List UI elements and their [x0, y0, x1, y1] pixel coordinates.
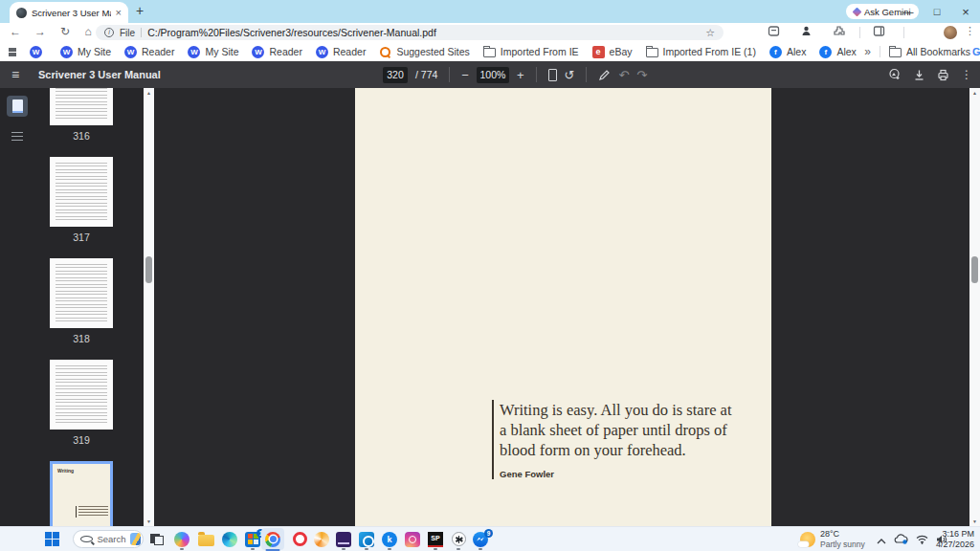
- scroll-up-icon[interactable]: ▲: [969, 90, 980, 96]
- bookmark-item[interactable]: Suggested Sites: [379, 46, 469, 58]
- page-number-input[interactable]: 320: [383, 67, 408, 83]
- main-scrollbar[interactable]: ▲ ▼: [969, 88, 980, 526]
- start-button[interactable]: [40, 527, 63, 551]
- address-bar[interactable]: i File C:/Program%20Files/Scrivener3/res…: [96, 25, 724, 40]
- sp-app-icon: SP: [428, 532, 443, 547]
- zoom-level-input[interactable]: 100%: [477, 67, 509, 83]
- window-close-button[interactable]: ×: [951, 5, 980, 19]
- file-explorer-button[interactable]: [194, 527, 217, 551]
- bookmarks-overflow-icon[interactable]: »: [864, 45, 871, 58]
- bookmark-item[interactable]: fAlex: [819, 46, 856, 58]
- reload-icon[interactable]: ↻: [57, 25, 73, 38]
- thumbnail-page-320-selected[interactable]: Writing 320: [50, 461, 113, 526]
- k-app-button[interactable]: k: [378, 527, 401, 551]
- instagram-button[interactable]: [401, 527, 424, 551]
- scrollbar-thumb[interactable]: [145, 256, 152, 283]
- thumb-preview: [50, 88, 113, 125]
- side-panel-icon[interactable]: [873, 25, 885, 37]
- bookmark-item[interactable]: Imported From IE (1): [646, 46, 756, 57]
- thumbnail-page-317[interactable]: 317: [50, 157, 113, 243]
- onedrive-cloud-icon[interactable]: [894, 531, 908, 548]
- window-minimize-button[interactable]: —: [894, 6, 923, 17]
- window-maximize-button[interactable]: □: [923, 6, 951, 17]
- zoom-out-button[interactable]: −: [461, 69, 469, 81]
- sp-app-button[interactable]: SP: [424, 527, 447, 551]
- scroll-down-icon[interactable]: ▼: [969, 518, 980, 524]
- scroll-up-icon[interactable]: ▲: [144, 90, 154, 96]
- fit-page-icon[interactable]: [548, 69, 557, 81]
- new-tab-button[interactable]: +: [136, 3, 144, 18]
- pdf-content-area: 316 317 318: [0, 88, 980, 526]
- asterisk-app-button[interactable]: [447, 527, 470, 551]
- bookmark-item[interactable]: WReader: [252, 46, 301, 58]
- tab-strip: Scrivener 3 User Manual × + Ask Gemini —…: [0, 0, 980, 23]
- taskbar-search[interactable]: Search: [73, 530, 144, 548]
- folder-icon: [483, 48, 496, 57]
- wifi-icon[interactable]: [916, 531, 928, 548]
- home-icon[interactable]: ⌂: [80, 25, 96, 38]
- thumbnail-page-318[interactable]: 318: [50, 258, 113, 344]
- bookmark-item[interactable]: WMy Site: [188, 46, 238, 58]
- profile-extension-icon[interactable]: [800, 25, 813, 37]
- all-bookmarks-button[interactable]: All Bookmarks: [889, 46, 970, 57]
- back-icon[interactable]: ←: [8, 25, 23, 38]
- bookmark-item[interactable]: WReader: [316, 46, 366, 58]
- chrome-button[interactable]: [261, 528, 284, 550]
- extensions-puzzle-icon[interactable]: [833, 25, 845, 37]
- rotate-icon[interactable]: ↺: [565, 69, 575, 81]
- weather-widget[interactable]: 28°C Partly sunny: [800, 529, 865, 549]
- tray-chevron-icon[interactable]: [877, 531, 886, 548]
- scrollbar-thumb[interactable]: [971, 256, 978, 283]
- bookmark-item[interactable]: eeBay: [592, 46, 633, 58]
- messenger-button[interactable]: 9: [469, 527, 492, 551]
- bookmark-item[interactable]: WMy Site: [60, 46, 111, 58]
- edge-button[interactable]: [218, 527, 241, 551]
- bookmark-item[interactable]: W: [30, 46, 47, 58]
- sidebar-scrollbar[interactable]: ▲ ▼: [144, 88, 154, 526]
- bookmark-item[interactable]: WReader: [124, 46, 174, 58]
- mail-app-icon: [359, 532, 374, 547]
- toolbar-divider: [586, 67, 587, 82]
- thumbnails-view-button[interactable]: [7, 96, 28, 117]
- tab-close-icon[interactable]: ×: [116, 8, 122, 18]
- reading-mode-icon[interactable]: [768, 25, 780, 37]
- thumb-content: [56, 365, 107, 424]
- thumb-preview: [50, 258, 113, 328]
- thumbnail-page-319[interactable]: 319: [50, 360, 113, 446]
- bookmark-item[interactable]: fAlex: [769, 46, 806, 58]
- browser-menu-icon[interactable]: ⋮: [965, 25, 975, 37]
- search-highlight-image: [130, 533, 141, 545]
- music-app-button[interactable]: [332, 527, 355, 551]
- print-icon[interactable]: [937, 69, 949, 81]
- chapter-quote: Writing is easy. All you do is stare at …: [492, 400, 732, 479]
- page-favicon-icon: [16, 8, 27, 18]
- copilot-button[interactable]: [170, 527, 193, 551]
- browser-app-button[interactable]: [310, 527, 333, 551]
- pdf-page-320: Writing is easy. All you do is stare at …: [355, 88, 771, 526]
- document-outline-button[interactable]: [7, 126, 28, 147]
- site-info-icon[interactable]: i: [104, 28, 114, 37]
- tab-title: Scrivener 3 User Manual: [32, 8, 111, 18]
- mail-app-button[interactable]: [355, 527, 378, 551]
- task-view-button[interactable]: [145, 527, 168, 551]
- bookmark-item[interactable]: GSecrets of Colombia...: [970, 46, 980, 58]
- taskbar-clock[interactable]: 3:16 PM 4/27/2026: [936, 529, 974, 549]
- address-url: C:/Program%20Files/Scrivener3/resources/…: [147, 27, 700, 38]
- save-annotated-icon[interactable]: [888, 68, 902, 81]
- thumb-quote-block: [76, 506, 108, 518]
- bookmarks-bar-right: » All Bookmarks: [864, 42, 970, 61]
- bookmark-item[interactable]: Imported From IE: [483, 46, 579, 57]
- pdf-menu-icon[interactable]: ≡: [11, 67, 19, 82]
- thumbnail-page-316[interactable]: 316: [50, 88, 113, 142]
- download-icon[interactable]: [913, 69, 925, 81]
- profile-avatar[interactable]: [944, 26, 957, 39]
- scroll-down-icon[interactable]: ▼: [144, 518, 154, 524]
- bookmark-star-icon[interactable]: ☆: [705, 27, 715, 39]
- pdf-more-menu-icon[interactable]: ⋮: [961, 69, 972, 80]
- annotate-pen-icon[interactable]: [598, 69, 611, 81]
- thumb-preview: [50, 360, 113, 430]
- opera-button[interactable]: [288, 527, 311, 551]
- forward-icon[interactable]: →: [33, 25, 48, 38]
- zoom-in-button[interactable]: +: [517, 69, 524, 81]
- browser-tab[interactable]: Scrivener 3 User Manual ×: [10, 2, 128, 23]
